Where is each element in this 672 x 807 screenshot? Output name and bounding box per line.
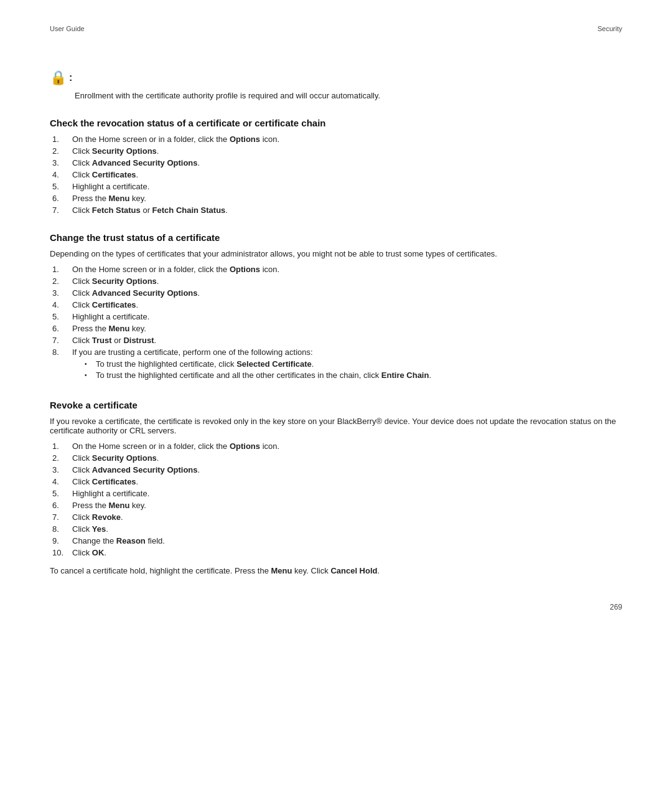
step-10: 10. Click OK.	[50, 548, 622, 557]
step-7: 7. Click Trust or Distrust.	[50, 336, 622, 345]
step-text: Click Trust or Distrust.	[72, 336, 622, 345]
step-8: 8. If you are trusting a certificate, pe…	[50, 347, 622, 382]
step-num: 4.	[50, 300, 72, 309]
steps-list-revoke: 1. On the Home screen or in a folder, cl…	[50, 441, 622, 557]
step-num: 6.	[50, 501, 72, 510]
step-num: 8.	[50, 347, 72, 357]
step-text: Click Certificates.	[72, 170, 622, 179]
section-revoke-cert: Revoke a certificate If you revoke a cer…	[50, 400, 622, 575]
step-text: Click Fetch Status or Fetch Chain Status…	[72, 205, 622, 215]
step-num: 5.	[50, 312, 72, 321]
step-8: 8. Click Yes.	[50, 524, 622, 534]
sub-bullet-text: To trust the highlighted certificate and…	[96, 370, 431, 380]
step-text: Click Security Options.	[72, 453, 622, 463]
page-header: User Guide Security	[50, 25, 622, 32]
step-text: Highlight a certificate.	[72, 312, 622, 321]
step-2: 2. Click Security Options.	[50, 146, 622, 156]
sub-bullet-2: • To trust the highlighted certificate a…	[85, 370, 622, 380]
step-5: 5. Highlight a certificate.	[50, 489, 622, 498]
page-container: User Guide Security 🔒: Enrollment with t…	[0, 0, 672, 630]
step-text: Click OK.	[72, 548, 622, 557]
step-1: 1. On the Home screen or in a folder, cl…	[50, 134, 622, 144]
step-num: 9.	[50, 536, 72, 545]
section-title-revoke: Revoke a certificate	[50, 400, 622, 410]
steps-list-trust: 1. On the Home screen or in a folder, cl…	[50, 265, 622, 382]
step-text: Press the Menu key.	[72, 194, 622, 203]
step-6: 6. Press the Menu key.	[50, 324, 622, 333]
step-num: 2.	[50, 453, 72, 463]
bullet-dot: •	[85, 370, 96, 379]
section-trust-status: Change the trust status of a certificate…	[50, 232, 622, 382]
step-text: Click Certificates.	[72, 477, 622, 486]
section-title-revocation: Check the revocation status of a certifi…	[50, 118, 622, 128]
step-7: 7. Click Revoke.	[50, 512, 622, 522]
step-text: Click Security Options.	[72, 146, 622, 156]
step-num: 3.	[50, 465, 72, 474]
step-2: 2. Click Security Options.	[50, 453, 622, 463]
step-text: Click Certificates.	[72, 300, 622, 309]
step-text: On the Home screen or in a folder, click…	[72, 265, 622, 274]
step-num: 7.	[50, 205, 72, 215]
step-text: Highlight a certificate.	[72, 182, 622, 191]
step-num: 1.	[50, 134, 72, 144]
step-text: Click Revoke.	[72, 512, 622, 522]
section-desc-revoke: If you revoke a certificate, the certifi…	[50, 417, 622, 435]
sub-bullet-text: To trust the highlighted certificate, cl…	[96, 359, 314, 369]
step-num: 1.	[50, 265, 72, 274]
step-num: 7.	[50, 512, 72, 522]
step-num: 8.	[50, 524, 72, 534]
step-4: 4. Click Certificates.	[50, 170, 622, 179]
step-text: Press the Menu key.	[72, 501, 622, 510]
step-text: On the Home screen or in a folder, click…	[72, 134, 622, 144]
step-6: 6. Press the Menu key.	[50, 501, 622, 510]
step-text: Click Advanced Security Options.	[72, 288, 622, 298]
step-4: 4. Click Certificates.	[50, 477, 622, 486]
page-footer: 269	[610, 603, 622, 611]
step-3: 3. Click Advanced Security Options.	[50, 158, 622, 168]
lock-colon: :	[69, 72, 72, 83]
step-num: 3.	[50, 158, 72, 168]
step-text: Click Yes.	[72, 524, 622, 534]
bullet-dot: •	[85, 359, 96, 367]
step-text: Change the Reason field.	[72, 536, 622, 545]
step-num: 1.	[50, 441, 72, 451]
lock-icon: 🔒	[50, 70, 67, 86]
header-right: Security	[597, 25, 622, 32]
step-6: 6. Press the Menu key.	[50, 194, 622, 203]
step-4: 4. Click Certificates.	[50, 300, 622, 309]
step-text: Click Advanced Security Options.	[72, 158, 622, 168]
step-1: 1. On the Home screen or in a folder, cl…	[50, 265, 622, 274]
step-text: Click Advanced Security Options.	[72, 465, 622, 474]
sub-bullets: • To trust the highlighted certificate, …	[85, 359, 622, 380]
step-text: Click Security Options.	[72, 276, 622, 286]
step-num: 3.	[50, 288, 72, 298]
section-revocation-status: Check the revocation status of a certifi…	[50, 118, 622, 215]
step-num: 7.	[50, 336, 72, 345]
step-text: Press the Menu key.	[72, 324, 622, 333]
header-left: User Guide	[50, 25, 85, 32]
step-num: 5.	[50, 182, 72, 191]
step-3: 3. Click Advanced Security Options.	[50, 288, 622, 298]
step-num: 4.	[50, 170, 72, 179]
step-num: 6.	[50, 324, 72, 333]
step-num: 6.	[50, 194, 72, 203]
cancel-hold-text: To cancel a certificate hold, highlight …	[50, 566, 622, 575]
step-text: If you are trusting a certificate, perfo…	[72, 347, 622, 382]
step-num: 5.	[50, 489, 72, 498]
step-2: 2. Click Security Options.	[50, 276, 622, 286]
section-title-trust: Change the trust status of a certificate	[50, 232, 622, 243]
step-text: On the Home screen or in a folder, click…	[72, 441, 622, 451]
steps-list-revocation: 1. On the Home screen or in a folder, cl…	[50, 134, 622, 215]
step-3: 3. Click Advanced Security Options.	[50, 465, 622, 474]
step-1: 1. On the Home screen or in a folder, cl…	[50, 441, 622, 451]
step-5: 5. Highlight a certificate.	[50, 182, 622, 191]
intro-text: Enrollment with the certificate authorit…	[75, 91, 622, 100]
step-7: 7. Click Fetch Status or Fetch Chain Sta…	[50, 205, 622, 215]
step-num: 4.	[50, 477, 72, 486]
step-num: 2.	[50, 146, 72, 156]
step-5: 5. Highlight a certificate.	[50, 312, 622, 321]
page-number: 269	[610, 603, 622, 611]
step-9: 9. Change the Reason field.	[50, 536, 622, 545]
section-desc-trust: Depending on the types of certificates t…	[50, 249, 622, 258]
step-num: 10.	[50, 548, 72, 557]
